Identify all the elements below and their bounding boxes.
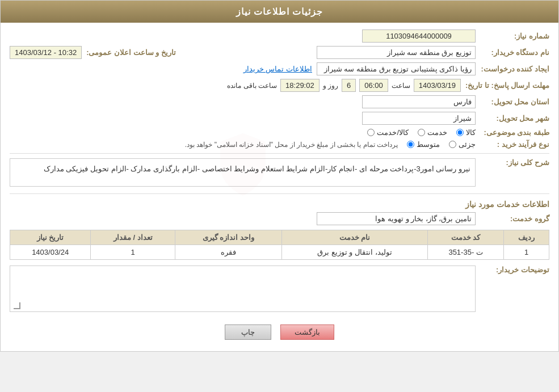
category-khadamat-radio[interactable] bbox=[418, 129, 425, 136]
process-motawaset-label: متوسط bbox=[417, 140, 440, 149]
process-option-motawaset[interactable]: متوسط bbox=[407, 140, 440, 149]
col-header-unit: واحد اندازه گیری bbox=[175, 230, 282, 245]
process-motawaset-radio[interactable] bbox=[407, 141, 414, 148]
deadline-remaining-value: 18:29:02 bbox=[280, 79, 320, 92]
category-label: طبقه بندی موضوعی: bbox=[476, 128, 549, 137]
process-jozei-radio[interactable] bbox=[449, 141, 456, 148]
category-option-khadamat[interactable]: خدمت bbox=[418, 128, 447, 137]
process-option-jozei[interactable]: جزئی bbox=[449, 140, 476, 149]
process-note: پرداخت تمام یا بخشی از مبلغ خریدار از مح… bbox=[185, 141, 398, 149]
service-group-label: گروه خدمت: bbox=[476, 214, 549, 223]
cell-unit: فقره bbox=[175, 245, 282, 260]
contact-link[interactable]: اطلاعات تماس خریدار bbox=[243, 65, 312, 73]
buttons-row: بازگشت چاپ bbox=[10, 324, 549, 340]
category-kala-khadamat-label: کالا/خدمت bbox=[377, 128, 409, 137]
services-title: اطلاعات خدمات مورد نیاز bbox=[10, 200, 549, 209]
deadline-day-value: 6 bbox=[342, 79, 356, 92]
category-kala-label: کالا bbox=[466, 128, 476, 137]
category-kala-radio[interactable] bbox=[456, 129, 464, 136]
summary-value: نیرو رسانی امور3-پرداخت مرحله ای -انجام … bbox=[15, 163, 470, 175]
table-row: 1ت -35-351تولید، انتقال و توزیع برقفقره1… bbox=[10, 245, 549, 260]
deadline-label: مهلت ارسال پاسخ: تا تاریخ: bbox=[461, 81, 549, 90]
city-label: شهر محل تحویل: bbox=[476, 114, 549, 123]
process-label: نوع فرآیند خرید : bbox=[476, 140, 549, 149]
col-header-service-code: کد خدمت bbox=[428, 230, 504, 245]
buyer-desc-content[interactable] bbox=[10, 266, 475, 311]
category-kala-khadamat-radio[interactable] bbox=[367, 129, 375, 136]
client-name-label: نام دستگاه خریدار: bbox=[476, 48, 549, 57]
city-value: شیراز bbox=[362, 112, 476, 125]
process-radio-group: جزئی متوسط bbox=[407, 140, 476, 149]
col-header-date: تاریخ نیاز bbox=[10, 230, 91, 245]
category-radio-group: کالا خدمت کالا/خدمت bbox=[367, 128, 476, 137]
cell-service-name: تولید، انتقال و توزیع برق bbox=[281, 245, 427, 260]
category-khadamat-label: خدمت bbox=[427, 128, 447, 137]
category-option-kala[interactable]: کالا bbox=[456, 128, 476, 137]
summary-label: شرح کلی نیاز: bbox=[476, 158, 549, 167]
process-jozei-label: جزئی bbox=[459, 140, 476, 149]
print-button[interactable]: چاپ bbox=[225, 324, 271, 340]
client-name-value: توزیع برق منطقه سه شیراز bbox=[317, 46, 476, 59]
buyer-desc-label: توضیحات خریدار: bbox=[476, 265, 549, 274]
need-number-value: 1103094644000009 bbox=[362, 29, 476, 43]
service-group-value: تامین برق، گاز، بخار و تهویه هوا bbox=[317, 212, 476, 225]
category-option-kala-khadamat[interactable]: کالا/خدمت bbox=[367, 128, 409, 137]
cell-row-num: 1 bbox=[504, 245, 549, 260]
need-number-label: شماره نیاز: bbox=[476, 32, 549, 40]
requester-label: ایجاد کننده درخواست: bbox=[476, 65, 549, 73]
page-title: جزئیات اطلاعات نیاز bbox=[1, 1, 558, 23]
requester-value: رؤیا ذاکری پشتیبانی توزیع برق منطقه سه ش… bbox=[317, 62, 476, 75]
announce-label: تاریخ و ساعت اعلان عمومی: bbox=[82, 48, 176, 57]
province-label: استان محل تحویل: bbox=[476, 98, 549, 106]
cell-date: 1403/03/24 bbox=[10, 245, 91, 260]
province-value: فارس bbox=[362, 95, 476, 108]
deadline-time-label: ساعت bbox=[392, 82, 410, 90]
resize-handle[interactable] bbox=[12, 302, 20, 310]
deadline-date: 1403/03/19 bbox=[414, 79, 461, 92]
services-table: ردیف کد خدمت نام خدمت واحد اندازه گیری ت… bbox=[10, 230, 549, 260]
back-button[interactable]: بازگشت bbox=[280, 324, 334, 340]
col-header-quantity: تعداد / مقدار bbox=[91, 230, 175, 245]
deadline-remaining-label: ساعت باقی مانده bbox=[227, 82, 277, 90]
deadline-time-value: 06:00 bbox=[359, 79, 388, 92]
cell-service-code: ت -35-351 bbox=[428, 245, 504, 260]
col-header-service-name: نام خدمت bbox=[281, 230, 427, 245]
announce-value: 1403/03/12 - 10:32 bbox=[10, 46, 82, 59]
col-header-row-num: ردیف bbox=[504, 230, 549, 245]
deadline-day-label: روز و bbox=[323, 82, 338, 90]
cell-quantity: 1 bbox=[91, 245, 175, 260]
